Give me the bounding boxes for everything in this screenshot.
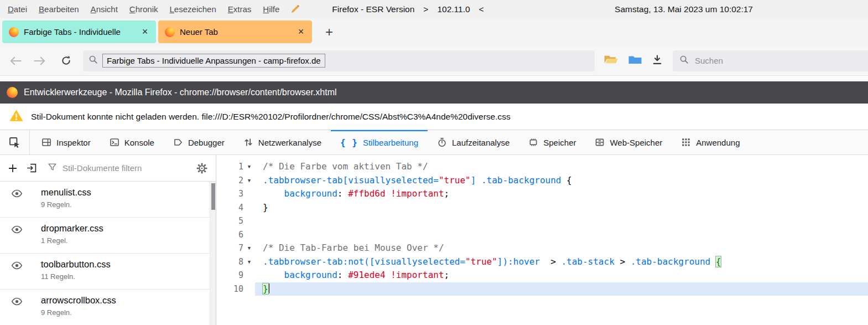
forward-button[interactable] — [30, 51, 50, 71]
filter-stylesheets-input[interactable] — [61, 163, 187, 173]
code-line[interactable]: 6 — [216, 228, 868, 242]
tab-close-button[interactable]: × — [138, 25, 152, 39]
tab-title: Farbige Tabs - Individuelle — [24, 27, 134, 37]
menu-extras[interactable]: Extras — [228, 4, 252, 14]
search-input[interactable] — [694, 55, 861, 66]
stylesheet-list-item[interactable]: dropmarker.css1 Regel. — [0, 218, 216, 254]
devtools-tab-stilbearbeitung[interactable]: { }Stilbearbeitung — [331, 130, 428, 154]
menu-hilfe[interactable]: Hilfe — [263, 4, 279, 14]
search-icon — [679, 55, 689, 66]
code-line[interactable]: 1▼/* Die Farbe vom aktiven Tab */ — [216, 160, 868, 174]
code-token: #ffbd6d — [348, 188, 385, 199]
stylesheet-name: dropmarker.css — [41, 223, 103, 234]
pick-element-button[interactable] — [0, 130, 30, 154]
code-line[interactable]: 5 — [216, 214, 868, 228]
fold-spacer — [243, 269, 255, 282]
code-line-content: background: #ffbd6d !important; — [255, 187, 868, 201]
download-icon[interactable] — [652, 54, 663, 68]
line-number: 3 — [216, 187, 243, 201]
browser-tab[interactable]: Neuer Tab× — [158, 20, 312, 43]
storage-icon — [595, 137, 605, 147]
fold-arrow-icon[interactable]: ▼ — [243, 174, 255, 188]
code-token: > — [615, 256, 631, 267]
url-bar[interactable]: Farbige Tabs - Individuelle Anpassungen … — [83, 50, 595, 71]
code-line[interactable]: 2▼.tabbrowser-tab[visuallyselected="true… — [216, 174, 868, 188]
fold-spacer — [243, 228, 255, 242]
code-token: background — [284, 270, 337, 280]
visibility-eye-icon[interactable] — [0, 223, 41, 236]
devtools-tab-label: Speicher — [543, 138, 576, 147]
menu-bearbeiten[interactable]: Bearbeiten — [39, 4, 79, 14]
devtools-tab-web-speicher[interactable]: Web-Speicher — [585, 130, 672, 154]
menu-chronik[interactable]: Chronik — [129, 4, 158, 14]
search-bar[interactable] — [673, 50, 868, 71]
firefox-window: DateiBearbeitenAnsichtChronikLesezeichen… — [0, 0, 868, 325]
devtools-tab-debugger[interactable]: Debugger — [164, 130, 234, 154]
back-button[interactable] — [6, 51, 25, 71]
custom-toolbar-buttons — [604, 54, 663, 68]
code-line[interactable]: 9 background: #91ede4 !important; — [216, 269, 868, 282]
search-icon — [89, 55, 98, 66]
import-stylesheet-button[interactable] — [27, 163, 37, 173]
code-line[interactable]: 10} — [216, 282, 868, 296]
code-line[interactable]: 8▼.tabbrowser-tab:not([visuallyselected=… — [216, 255, 868, 269]
visibility-eye-icon[interactable] — [0, 295, 41, 308]
devtools-tab-inspektor[interactable]: Inspektor — [32, 130, 100, 154]
stylesheet-info: dropmarker.css1 Regel. — [41, 223, 103, 245]
fold-arrow-icon[interactable]: ▼ — [243, 255, 255, 269]
devtools-tabs: InspektorKonsoleDebuggerNetzwerkanalyse{… — [32, 130, 749, 154]
gear-icon[interactable] — [196, 162, 208, 174]
code-token — [263, 270, 284, 280]
fold-spacer — [243, 282, 255, 296]
scrollbar-thumb[interactable] — [211, 183, 215, 210]
folder-button[interactable] — [628, 54, 642, 68]
devtools-tab-netzwerkanalyse[interactable]: Netzwerkanalyse — [234, 130, 331, 154]
code-token — [386, 270, 391, 280]
stylesheet-list-item[interactable]: menulist.css9 Regeln. — [0, 182, 216, 218]
devtools-tab-label: Stilbearbeitung — [363, 138, 418, 147]
code-line[interactable]: 4} — [216, 201, 868, 215]
code-token: ]):hover — [497, 256, 540, 267]
open-folder-button[interactable] — [604, 54, 618, 68]
url-text[interactable]: Farbige Tabs - Individuelle Anpassungen … — [102, 54, 325, 68]
stylesheet-list-item[interactable]: toolbarbutton.css11 Regeln. — [0, 254, 216, 290]
devtools-tab-speicher[interactable]: Speicher — [519, 130, 585, 154]
sidebar-scrollbar[interactable] — [210, 182, 216, 325]
firefox-icon — [7, 87, 18, 98]
tab-close-button[interactable]: × — [294, 25, 308, 39]
app-version-group: Firefox - ESR Version > 102.11.0 < — [332, 4, 484, 14]
menu-ansicht[interactable]: Ansicht — [91, 4, 118, 14]
fold-arrow-icon[interactable]: ▼ — [243, 160, 255, 174]
code-token: ; — [444, 270, 450, 280]
line-number: 7 — [216, 241, 243, 255]
window-divider — [0, 75, 868, 81]
css-source-editor[interactable]: 1▼/* Die Farbe vom aktiven Tab */2▼.tabb… — [216, 155, 868, 325]
app-version: 102.11.0 — [437, 4, 470, 14]
fold-arrow-icon[interactable]: ▼ — [243, 241, 255, 255]
menu-lesezeichen[interactable]: Lesezeichen — [170, 4, 216, 14]
browser-tabs: Farbige Tabs - Individuelle×Neuer Tab× — [0, 18, 312, 43]
visibility-eye-icon[interactable] — [0, 259, 41, 272]
devtools-tab-konsole[interactable]: Konsole — [100, 130, 164, 154]
code-token: !important — [391, 188, 444, 199]
code-line[interactable]: 3 background: #ffbd6d !important; — [216, 187, 868, 201]
text-cursor — [268, 283, 269, 293]
warning-icon — [9, 109, 24, 124]
network-icon — [243, 137, 253, 147]
new-stylesheet-button[interactable] — [8, 163, 18, 173]
stylesheet-warning: Stil-Dokument konnte nicht geladen werde… — [0, 104, 868, 130]
line-number: 5 — [216, 214, 243, 228]
visibility-eye-icon[interactable] — [0, 187, 41, 200]
code-token: : — [337, 270, 348, 280]
browser-tab[interactable]: Farbige Tabs - Individuelle× — [2, 20, 156, 43]
devtools-tab-laufzeitanalyse[interactable]: Laufzeitanalyse — [428, 130, 519, 154]
menu-datei[interactable]: Datei — [8, 4, 27, 14]
code-token: { — [716, 256, 721, 267]
reload-button[interactable] — [56, 51, 75, 71]
code-line[interactable]: 7▼/* Die Tab-Farbe bei Mouse Over */ — [216, 241, 868, 255]
new-tab-button[interactable]: + — [320, 23, 339, 42]
stylesheet-name: menulist.css — [41, 187, 91, 198]
code-token: "true" — [465, 256, 497, 267]
devtools-tab-anwendung[interactable]: Anwendung — [672, 130, 749, 154]
stylesheet-list-item[interactable]: arrowscrollbox.css9 Regeln. — [0, 290, 216, 325]
